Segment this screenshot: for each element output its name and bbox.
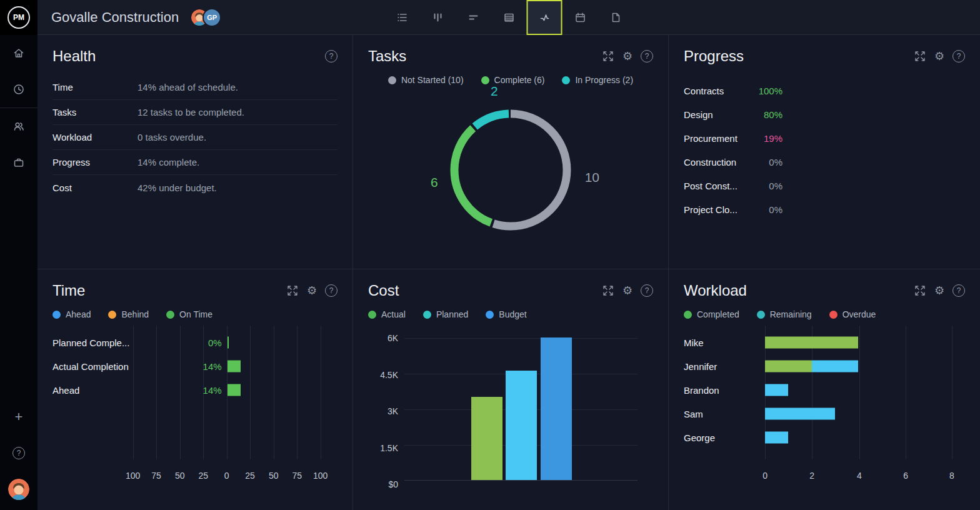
cost-title: Cost [368, 282, 399, 299]
progress-row-pct: 80% [754, 109, 782, 120]
profile-avatar[interactable] [0, 471, 38, 508]
legend-item[interactable]: Completed [684, 309, 739, 319]
time-help-icon[interactable]: ? [325, 284, 338, 297]
health-row-label: Progress [52, 157, 138, 168]
help-button[interactable]: ? [0, 435, 38, 471]
progress-bar-track [790, 133, 965, 144]
legend-dot [52, 311, 61, 319]
pm-logo-text: PM [8, 6, 30, 29]
legend-label: In Progress (2) [575, 75, 633, 85]
panel-tasks: Tasks ⚙ ? Not Started (10) Complete (6) … [353, 35, 669, 269]
progress-bar-track [790, 204, 965, 215]
legend-item[interactable]: Behind [108, 309, 149, 319]
tab-gantt-view[interactable] [456, 0, 491, 35]
tasks-help-icon[interactable]: ? [641, 50, 653, 62]
legend-item[interactable]: Actual [368, 309, 406, 319]
workload-seg-remaining [812, 361, 859, 372]
health-help-icon[interactable]: ? [325, 50, 338, 62]
cost-legend: Actual Planned Budget [368, 309, 653, 319]
health-row-value: 14% complete. [138, 157, 199, 168]
workload-seg-remaining [765, 384, 788, 396]
time-expand-icon[interactable] [286, 284, 299, 297]
workload-seg-remaining [765, 408, 835, 420]
time-settings-icon[interactable]: ⚙ [306, 284, 318, 297]
progress-row-label: Procurement [684, 133, 754, 144]
health-row: Workload0 tasks overdue. [52, 125, 338, 150]
health-title: Health [52, 48, 96, 65]
progress-rows: Contracts100% Design80% Procurement19% C… [684, 79, 965, 221]
axis-tick: 100 [126, 471, 140, 481]
axis-tick: 75 [292, 471, 302, 481]
time-legend: Ahead Behind On Time [52, 309, 338, 319]
progress-row-pct: 100% [754, 86, 782, 96]
tasks-expand-icon[interactable] [602, 50, 614, 62]
progress-row: Procurement19% [684, 126, 965, 150]
workload-row: Sam [684, 402, 965, 426]
progress-row-label: Project Clo... [684, 204, 754, 215]
time-bar [228, 361, 241, 372]
legend-item[interactable]: In Progress (2) [562, 75, 633, 85]
legend-item[interactable]: Budget [486, 309, 526, 319]
axis-tick: 3K [368, 406, 398, 416]
workload-row-label: Sam [684, 409, 703, 419]
member-avatar-gp[interactable]: GP [202, 8, 221, 27]
legend-item[interactable]: Ahead [52, 309, 91, 319]
topbar: Govalle Construction GP [38, 0, 980, 35]
legend-dot [562, 76, 570, 84]
sidebar-item-home[interactable] [0, 35, 38, 71]
pm-logo[interactable]: PM [0, 0, 38, 35]
workload-help-icon[interactable]: ? [952, 284, 965, 297]
document-view-icon [609, 11, 622, 24]
cost-settings-icon[interactable]: ⚙ [621, 284, 634, 297]
sidebar-item-time[interactable] [0, 71, 38, 108]
workload-legend: Completed Remaining Overdue [684, 309, 965, 319]
progress-row: Design80% [684, 102, 965, 126]
progress-row: Contracts100% [684, 79, 965, 102]
progress-expand-icon[interactable] [914, 50, 926, 62]
axis-tick: 25 [245, 471, 255, 481]
legend-label: Complete (6) [494, 75, 545, 85]
gantt-view-icon [467, 11, 479, 24]
health-rows: Time14% ahead of schedule. Tasks12 tasks… [52, 75, 338, 200]
legend-item[interactable]: On Time [166, 309, 212, 319]
axis-tick: 50 [269, 471, 279, 481]
progress-row-pct: 0% [754, 181, 782, 191]
time-row-pct: 0% [208, 338, 222, 348]
health-row: Cost42% under budget. [52, 175, 338, 200]
add-button[interactable]: + [0, 399, 38, 435]
legend-item[interactable]: Planned [423, 309, 468, 319]
progress-settings-icon[interactable]: ⚙ [933, 50, 946, 62]
legend-item[interactable]: Remaining [757, 309, 812, 319]
legend-item[interactable]: Not Started (10) [388, 75, 464, 85]
legend-item[interactable]: Overdue [829, 309, 876, 319]
workload-settings-icon[interactable]: ⚙ [933, 284, 946, 297]
sidebar-item-portfolio[interactable] [0, 144, 38, 181]
progress-bar-track [790, 86, 965, 96]
sidebar-item-team[interactable] [0, 108, 38, 144]
workload-expand-icon[interactable] [914, 284, 926, 297]
progress-title: Progress [684, 48, 744, 65]
cost-expand-icon[interactable] [602, 284, 614, 297]
tasks-settings-icon[interactable]: ⚙ [621, 50, 634, 62]
tab-list-view[interactable] [384, 0, 420, 35]
tab-calendar-view[interactable] [562, 0, 598, 35]
time-chart: Planned Comple...0% Actual Completion14%… [52, 326, 338, 487]
progress-row-pct: 0% [754, 204, 782, 215]
workload-bar [765, 384, 965, 396]
tab-sheet-view[interactable] [491, 0, 527, 35]
cost-help-icon[interactable]: ? [641, 284, 653, 297]
tab-activity-view[interactable] [527, 0, 562, 35]
time-row-label: Planned Comple... [52, 338, 129, 348]
donut-value-complete: 6 [431, 175, 438, 190]
progress-help-icon[interactable]: ? [952, 50, 965, 62]
tab-docs-view[interactable] [598, 0, 634, 35]
legend-dot [388, 76, 396, 84]
panel-progress: Progress ⚙ ? Contracts100% Design80% Pro… [669, 35, 980, 269]
workload-chart: Mike Jennifer Brandon Sam George 0 2 4 6… [684, 326, 965, 487]
time-row: Actual Completion14% [52, 354, 338, 378]
panel-cost: Cost ⚙ ? Actual Planned Budget 6K 4.5K 3… [353, 269, 669, 510]
progress-row-label: Contracts [684, 86, 754, 96]
tab-board-view[interactable] [420, 0, 456, 35]
axis-tick: 4.5K [368, 370, 398, 380]
axis-tick: 75 [151, 471, 161, 481]
